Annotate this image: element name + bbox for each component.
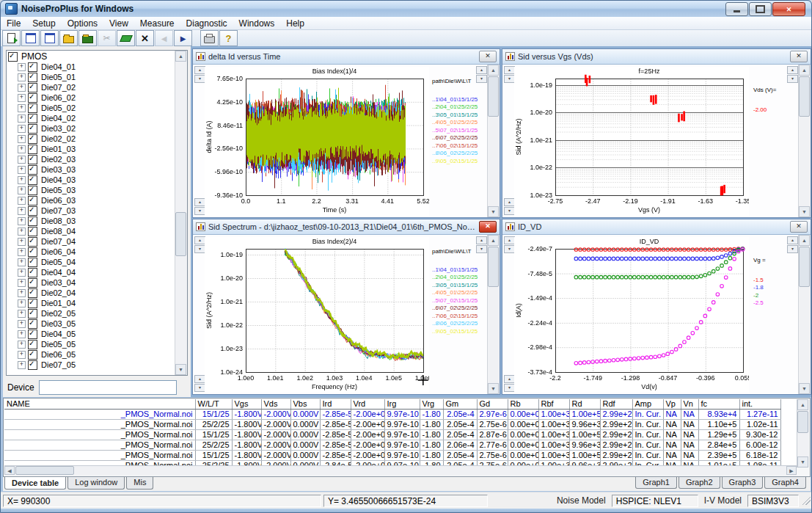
expand-plus-icon[interactable]: + — [18, 361, 26, 369]
tree-scroll-thumb[interactable] — [175, 212, 186, 256]
expand-plus-icon[interactable]: + — [18, 145, 26, 153]
graph4-titlebar[interactable]: ID_VD ✕ — [502, 219, 811, 235]
minimize-button[interactable] — [725, 2, 748, 16]
graph3-titlebar[interactable]: Sid Spectrum - d:\jizhaoz_test\09-10-201… — [193, 219, 500, 235]
tree-item-die05_01[interactable]: +Die05_01 — [8, 72, 175, 82]
restore-window-2-button[interactable] — [40, 30, 59, 46]
graph2-scroll-thumb[interactable] — [799, 76, 810, 117]
checkbox-checked-icon[interactable] — [28, 299, 37, 308]
graph3-spinner-bottomleft[interactable]: ▴▾ — [194, 375, 205, 393]
tree-item-die07_04[interactable]: +Die07_04 — [8, 236, 175, 247]
tab-graph2[interactable]: Graph2 — [679, 477, 720, 489]
graph2-scrollbar[interactable]: ▲ ▼ — [798, 65, 811, 217]
menu-item-setup[interactable]: Setup — [26, 18, 61, 29]
expand-plus-icon[interactable]: + — [18, 104, 26, 112]
tree-item-die07_05[interactable]: +Die07_05 — [8, 360, 175, 370]
column-header-vbs[interactable]: Vbs — [290, 399, 320, 410]
checkbox-checked-icon[interactable] — [28, 93, 37, 103]
expand-plus-icon[interactable]: + — [18, 320, 26, 328]
column-header-fc[interactable]: fc — [698, 399, 739, 410]
checkbox-checked-icon[interactable] — [28, 217, 37, 226]
scroll-up-icon[interactable]: ▲ — [799, 65, 810, 76]
scroll-down-icon[interactable]: ▼ — [799, 206, 810, 217]
scroll-right-icon[interactable]: ▶ — [786, 466, 797, 475]
tree-item-die03_05[interactable]: +Die03_05 — [8, 319, 175, 329]
column-header-vgs[interactable]: Vgs — [232, 399, 261, 410]
tree-item-die02_04[interactable]: +Die02_04 — [8, 288, 175, 298]
graph4-close-icon[interactable]: ✕ — [790, 221, 808, 233]
checkbox-checked-icon[interactable] — [28, 258, 37, 267]
graph4-spinner-topleft[interactable]: ▴▾ — [504, 236, 514, 254]
tree-item-die06_02[interactable]: +Die06_02 — [8, 92, 175, 103]
expand-plus-icon[interactable]: + — [18, 114, 26, 123]
column-header-irg[interactable]: Irg — [384, 399, 420, 410]
scroll-up-icon[interactable]: ▲ — [488, 235, 499, 246]
expand-plus-icon[interactable]: + — [18, 217, 26, 225]
graph3-scroll-thumb[interactable] — [488, 247, 499, 287]
graph2-titlebar[interactable]: Sid versus Vgs (Vds) ✕ — [502, 49, 811, 65]
expand-plus-icon[interactable]: + — [18, 228, 26, 236]
column-header-ird[interactable]: Ird — [320, 399, 351, 410]
maximize-button[interactable] — [749, 2, 772, 16]
tree-item-die08_03[interactable]: +Die08_03 — [8, 216, 175, 226]
expand-plus-icon[interactable]: + — [18, 269, 26, 277]
tab-mis[interactable]: Mis — [126, 477, 153, 490]
tree-item-die05_02[interactable]: +Die05_02 — [8, 103, 175, 113]
expand-plus-icon[interactable]: + — [18, 186, 26, 194]
checkbox-checked-icon[interactable] — [28, 134, 37, 144]
tree-item-die03_04[interactable]: +Die03_04 — [8, 277, 175, 288]
tab-graph4[interactable]: Graph4 — [764, 477, 806, 489]
tree-item-die06_05[interactable]: +Die06_05 — [8, 349, 175, 360]
tree-item-die04_03[interactable]: +Die04_03 — [8, 175, 175, 185]
tree-item-die07_02[interactable]: +Die07_02 — [8, 82, 175, 92]
checkbox-checked-icon[interactable] — [8, 52, 18, 62]
checkbox-checked-icon[interactable] — [28, 319, 37, 329]
column-header-gd[interactable]: Gd — [477, 399, 508, 410]
restore-window-1-button[interactable] — [21, 30, 40, 46]
checkbox-checked-icon[interactable] — [28, 247, 37, 257]
checkbox-checked-icon[interactable] — [28, 175, 37, 185]
menu-item-options[interactable]: Options — [62, 18, 103, 29]
table-hscroll-thumb[interactable] — [15, 466, 74, 475]
checkbox-checked-icon[interactable] — [28, 186, 37, 195]
expand-plus-icon[interactable]: + — [18, 341, 26, 349]
graph1-spinner-bottomleft[interactable]: ▴▾ — [194, 198, 205, 216]
column-header-vrd[interactable]: Vrd — [351, 399, 384, 410]
tree-root-pmos[interactable]: PMOS — [8, 51, 175, 62]
table-vertical-scrollbar[interactable]: ▲ ▼ — [797, 399, 809, 467]
checkbox-checked-icon[interactable] — [28, 268, 37, 277]
expand-plus-icon[interactable]: + — [18, 135, 26, 143]
checkbox-checked-icon[interactable] — [28, 83, 37, 92]
graph1-close-icon[interactable]: ✕ — [479, 51, 497, 62]
checkbox-checked-icon[interactable] — [28, 114, 37, 123]
cut-button[interactable]: ✂ — [98, 30, 116, 46]
menu-item-windows[interactable]: Windows — [233, 18, 281, 29]
menu-item-measure[interactable]: Measure — [134, 18, 180, 29]
expand-plus-icon[interactable]: + — [18, 207, 26, 215]
expand-plus-icon[interactable]: + — [18, 176, 26, 184]
table-row[interactable]: _PMOS_Normal.noi15/1/25-1.800V-2.000V0.0… — [4, 451, 780, 461]
expand-plus-icon[interactable]: + — [18, 63, 26, 71]
column-header-amp[interactable]: Amp — [632, 399, 663, 410]
column-header-rd[interactable]: Rd — [569, 399, 600, 410]
graph4-spinner-bottomleft[interactable]: ▴▾ — [504, 375, 514, 393]
tree-item-die03_02[interactable]: +Die03_02 — [8, 123, 175, 134]
table-vscroll-thumb[interactable] — [797, 411, 808, 433]
expand-plus-icon[interactable]: + — [18, 73, 26, 81]
checkbox-checked-icon[interactable] — [28, 227, 37, 236]
checkbox-checked-icon[interactable] — [28, 330, 37, 339]
column-header-vds[interactable]: Vds — [261, 399, 290, 410]
graph3-scrollbar[interactable]: ▲ ▼ — [487, 235, 500, 394]
graph1-scrollbar[interactable]: ▲ ▼ — [487, 65, 500, 217]
tab-device-table[interactable]: Device table — [4, 477, 66, 490]
expand-plus-icon[interactable]: + — [18, 351, 26, 359]
checkbox-checked-icon[interactable] — [28, 340, 37, 349]
column-header-vn[interactable]: Vn — [681, 399, 698, 410]
expand-plus-icon[interactable]: + — [18, 166, 26, 174]
checkbox-checked-icon[interactable] — [28, 62, 37, 72]
column-header-name[interactable]: NAME — [4, 399, 195, 410]
menu-item-file[interactable]: File — [1, 18, 26, 29]
tab-graph3[interactable]: Graph3 — [722, 477, 764, 489]
resize-grip[interactable] — [802, 496, 811, 505]
scroll-down-icon[interactable]: ▼ — [488, 383, 499, 394]
